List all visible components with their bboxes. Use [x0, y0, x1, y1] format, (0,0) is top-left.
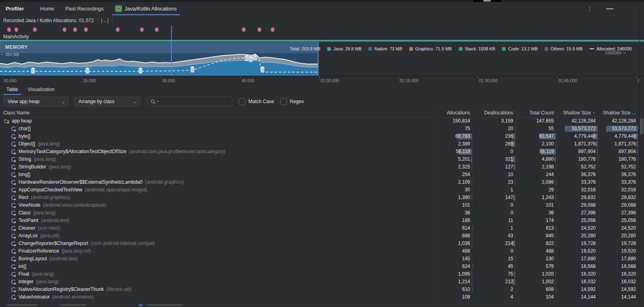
- tab-home[interactable]: Home: [35, 2, 60, 15]
- column-header-shallow-size[interactable]: Shallow Size ...: [599, 108, 639, 117]
- heap-dropdown[interactable]: View app heap ⌄: [3, 97, 69, 106]
- row-scroll-gutter: [639, 209, 644, 217]
- class-icon: [11, 241, 16, 246]
- table-row[interactable]: HardwareRendererObserver$$ExternalSynthe…: [0, 178, 644, 186]
- table-row[interactable]: long[]2541024436,37636,376: [0, 171, 644, 178]
- cell-value: 20: [474, 125, 513, 133]
- axis-label: 45.000: [242, 78, 254, 83]
- allocated-axis-label: 1500000: [605, 50, 625, 55]
- legend-item-code: Code: 13.2 MB: [502, 46, 537, 51]
- value-cell: 2,109: [436, 178, 473, 186]
- class-name: MemoryTaskCategory$AllocationTestObjectO…: [19, 148, 126, 156]
- table-row[interactable]: AppCompatCheckedTextView(androidx.appcom…: [0, 186, 644, 194]
- more-options-icon[interactable]: ⋮: [587, 6, 592, 12]
- table-row[interactable]: Cleaner(sun.misc)614161324,52024,520: [0, 224, 644, 232]
- class-name: FinalizerReference: [19, 247, 59, 255]
- match-case-option[interactable]: Match Case: [239, 98, 274, 105]
- cell-value: 1,871,376: [599, 140, 636, 148]
- table-row[interactable]: Integer(java.lang)1,2142121,00216,03216,…: [0, 278, 644, 286]
- hide-window-icon[interactable]: [606, 8, 613, 9]
- search-icon[interactable]: [151, 99, 156, 104]
- match-case-checkbox[interactable]: [239, 98, 246, 105]
- table-row[interactable]: String(java.lang)5,2013214,880180,776180…: [0, 156, 644, 163]
- value-heat-bar: [597, 149, 598, 155]
- column-header-deallocations[interactable]: Deallocations: [473, 108, 516, 117]
- column-header-class-name[interactable]: Class Name: [0, 108, 436, 117]
- column-header-total-count[interactable]: Total Count: [516, 108, 557, 117]
- class-icon: [11, 149, 16, 154]
- search-input[interactable]: [160, 98, 229, 105]
- table-row[interactable]: Object[](java.lang)2,3892892,1001,871,37…: [0, 140, 644, 148]
- cell-value: 608: [517, 286, 554, 293]
- axis-minor-tick: [359, 76, 359, 77]
- package-name: (sun.misc): [38, 224, 60, 232]
- value-heat-bar: [636, 141, 638, 147]
- value-cell: 174: [516, 217, 557, 224]
- cell-value: 17,680: [599, 255, 636, 263]
- table-row[interactable]: app heap150,8143,159147,65542,126,28442,…: [0, 117, 644, 125]
- table-row[interactable]: ValueAnimator(android.animation)10841041…: [0, 293, 644, 301]
- table-row[interactable]: Class(java.lang)3603627,39627,396: [0, 209, 644, 217]
- column-header-shallow-size[interactable]: Shallow Size⌄: [557, 108, 599, 117]
- value-cell: 52,752: [599, 163, 639, 171]
- value-heat-bar: [472, 279, 472, 285]
- value-cell: 254: [436, 171, 473, 178]
- class-icon: [11, 157, 16, 162]
- legend-label: Stack: 1008 KB: [465, 46, 495, 51]
- search-field[interactable]: ▾: [147, 97, 232, 106]
- cell-value: 0: [474, 148, 513, 156]
- table-row[interactable]: NativeAllocationRegistry$CleanerThunk(li…: [0, 286, 644, 293]
- value-cell: 5,201: [436, 156, 473, 163]
- class-name-cell: byte[]: [0, 133, 436, 140]
- table-row[interactable]: MemoryTaskCategory$AllocationTestObjectO…: [0, 148, 644, 156]
- regex-checkbox[interactable]: [280, 98, 287, 105]
- value-heat-bar: [596, 141, 598, 147]
- zoom-to-fit-icon[interactable]: ↔: [101, 18, 108, 23]
- cell-value: 2: [474, 286, 513, 293]
- table-row[interactable]: ArrayList(java.util)8884384520,28020,280: [0, 232, 644, 240]
- table-row[interactable]: ViewNode(android.view.contentcapture)101…: [0, 201, 644, 209]
- value-heat-bar: [555, 141, 556, 147]
- time-axis: 00.00015.00030.00045.00001:00.00001:15.0…: [0, 76, 644, 84]
- value-cell: 36,376: [599, 171, 639, 178]
- cell-value: 212: [474, 278, 513, 286]
- arrange-dropdown[interactable]: Arrange by class ⌄: [74, 97, 140, 106]
- class-name-cell: char[]: [0, 125, 436, 133]
- table-row[interactable]: Rect(android.graphics)1,3901471,24329,83…: [0, 194, 644, 201]
- table-row[interactable]: ChangeReporter$ChangeReport(com.android.…: [0, 240, 644, 247]
- value-cell: 36,376: [557, 171, 599, 178]
- heap-folder-icon: [4, 118, 9, 124]
- memory-timeline[interactable]: MEMORY 384 MB Total: 203.8 MBJava: 28.8 …: [0, 42, 644, 76]
- value-heat-bar: [515, 263, 516, 270]
- view-tab-visualization[interactable]: Visualization: [24, 83, 59, 95]
- table-row[interactable]: FinalizerReference(java.lang.ref)4880488…: [0, 247, 644, 255]
- search-options-caret[interactable]: ▾: [157, 100, 159, 103]
- memory-chart[interactable]: [0, 42, 318, 76]
- table-row[interactable]: BoringLayout(android.text)1451513017,680…: [0, 255, 644, 263]
- table-row[interactable]: Float(java.lang)1,095751,02016,32016,320: [0, 270, 644, 278]
- class-icon: [11, 272, 16, 277]
- table-row[interactable]: TextPaint(android.text)1851117425,05625,…: [0, 217, 644, 224]
- value-cell: 33,376: [557, 178, 599, 186]
- cell-value: 127: [474, 163, 513, 171]
- touch-event-dot: [155, 27, 159, 32]
- view-tab-table[interactable]: Table: [2, 83, 22, 95]
- tab-past-recordings[interactable]: Past Recordings: [60, 2, 109, 15]
- table-row[interactable]: byte[]60,78323660,5474,779,4484,779,448: [0, 133, 644, 140]
- event-timeline[interactable]: MainActivity: [0, 26, 644, 42]
- allocations-icon: [115, 5, 122, 12]
- value-cell: 321: [473, 156, 516, 163]
- vertical-scrollbar[interactable]: [640, 118, 643, 135]
- table-row[interactable]: char[]75205533,573,27233,573,272: [0, 125, 644, 133]
- cell-value: 20,280: [557, 232, 596, 240]
- tab-java-kotlin-allocations[interactable]: Java/Kotlin Allocations: [109, 2, 182, 15]
- table-row[interactable]: StringBuilder(java.lang)2,3251272,19852,…: [0, 163, 644, 171]
- legend-item-total: Total: 203.8 MB: [290, 46, 320, 51]
- row-scroll-gutter: [639, 186, 644, 194]
- regex-option[interactable]: Regex: [280, 98, 304, 105]
- table-row[interactable]: int[]6244557916,56816,568: [0, 263, 644, 270]
- row-scroll-gutter: [639, 224, 644, 232]
- column-header-allocations[interactable]: Allocations: [436, 108, 473, 117]
- value-cell: 29,088: [599, 201, 639, 209]
- class-name-cell: long[]: [0, 171, 436, 178]
